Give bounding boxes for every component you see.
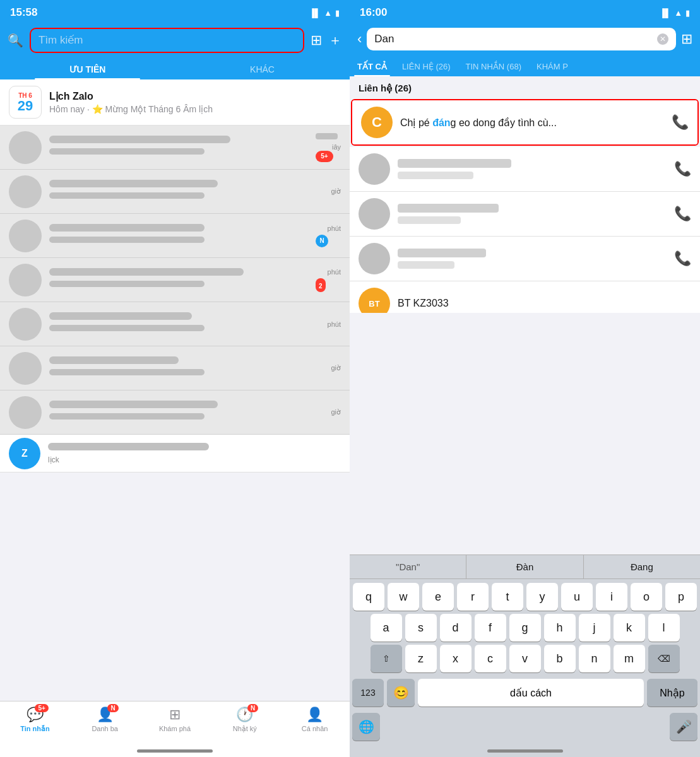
return-key[interactable]: Nhập [647,679,697,707]
autocomplete-dan-quoted[interactable]: "Dan" [350,555,466,578]
blurred-meta-3: phút N [316,225,341,247]
diary-badge: N [247,704,258,712]
nav-item-diary[interactable]: 🕐 N Nhật ký [210,707,280,733]
call-button-3[interactable]: 📞 [674,206,691,222]
messages-badge: 5+ [35,704,48,712]
key-k[interactable]: k [614,614,645,642]
home-bar-left [137,749,213,753]
blurred-meta-2: giờ [316,187,341,196]
blurred-item-4[interactable]: phút 2 [0,258,350,302]
nav-item-profile[interactable]: 👤 Cá nhân [280,707,350,733]
blurred-meta-4: phút 2 [316,268,341,292]
key-m[interactable]: m [614,645,645,672]
key-t[interactable]: t [492,583,523,611]
nav-item-contacts[interactable]: 👤 N Danh ba [70,707,140,733]
add-button-left[interactable]: ＋ [328,31,342,50]
key-h[interactable]: h [544,614,576,642]
key-p[interactable]: p [665,583,697,611]
key-w[interactable]: w [388,583,419,611]
status-icons-right: ▐▌ ▲ ▮ [660,8,690,18]
discover-icon: ⊞ [169,707,181,723]
call-button-4[interactable]: 📞 [674,250,691,267]
key-r[interactable]: r [457,583,489,611]
result-item-2[interactable]: 📞 [350,147,700,192]
mic-key[interactable]: 🎤 [670,713,697,741]
profile-label: Cá nhân [302,725,328,732]
tab-discover[interactable]: KHÁM P [529,57,576,76]
qr-button-right[interactable]: ⊞ [681,31,692,47]
key-c[interactable]: c [475,645,506,672]
contacts-badge: N [107,704,118,712]
blurred-item-2[interactable]: giờ [0,170,350,214]
tab-priority[interactable]: ƯU TIÊN [0,59,175,79]
result-item-highlighted[interactable]: C Chị pé đáng eo dong đầy tình cù... 📞 [352,100,697,144]
key-z[interactable]: z [405,645,437,672]
nav-item-messages[interactable]: 💬 5+ Tin nhắn [0,707,70,733]
back-button[interactable]: ‹ [357,31,362,47]
blurred-item-1[interactable]: iây 5+ [0,126,350,170]
blurred-content-3 [49,224,308,248]
blurred-item-6[interactable]: giờ [0,346,350,390]
key-v[interactable]: v [509,645,541,672]
key-g[interactable]: g [509,614,541,642]
space-key[interactable]: dấu cách [418,679,644,707]
key-f[interactable]: f [475,614,506,642]
call-button-c[interactable]: 📞 [672,114,689,131]
key-i[interactable]: i [596,583,627,611]
key-n[interactable]: n [579,645,610,672]
key-e[interactable]: e [422,583,454,611]
delete-key[interactable]: ⌫ [648,645,680,672]
key-a[interactable]: a [371,614,402,642]
conversation-list: TH 6 29 Lịch Zalo Hôm nay · ⭐ Mừng Một T… [0,79,350,701]
search-icon-left[interactable]: 🔍 [8,33,23,48]
autocomplete-dang[interactable]: Đang [584,555,700,578]
result-item-4[interactable]: 📞 [350,237,700,281]
key-row-1: q w e r t y u i o p [352,583,697,611]
key-j[interactable]: j [579,614,610,642]
diary-icon: 🕐 N [236,707,253,723]
search-input-left[interactable] [30,28,304,53]
conv-item-lich-zalo[interactable]: TH 6 29 Lịch Zalo Hôm nay · ⭐ Mừng Một T… [0,79,350,126]
key-row-3: ⇧ z x c v b n m ⌫ [352,645,697,672]
avatar-lich-zalo: TH 6 29 [9,86,42,119]
conv-name-lich-zalo: Lịch Zalo [49,90,341,102]
key-y[interactable]: y [526,583,558,611]
key-d[interactable]: d [440,614,472,642]
key-q[interactable]: q [353,583,384,611]
key-u[interactable]: u [561,583,593,611]
key-l[interactable]: l [648,614,680,642]
partial-item-left[interactable]: Z lịck [0,435,350,472]
result-avatar-3 [359,198,390,230]
globe-key[interactable]: 🌐 [352,713,380,741]
key-row-2: a s d f g h j k l [352,614,697,642]
key-o[interactable]: o [631,583,662,611]
call-button-2[interactable]: 📞 [674,161,691,177]
result-avatar-4 [359,243,390,274]
tab-other[interactable]: KHÁC [175,59,350,79]
blurred-item-5[interactable]: phút [0,302,350,346]
tab-contacts[interactable]: LIÊN HỆ (26) [394,57,458,76]
key-x[interactable]: x [440,645,472,672]
tabs-left: ƯU TIÊN KHÁC [0,59,350,79]
blurred-avatar-3 [9,220,42,252]
blurred-item-3[interactable]: phút N [0,214,350,258]
messages-label: Tin nhắn [20,725,50,733]
num-key[interactable]: 123 [352,679,384,707]
result-item-3[interactable]: 📞 [350,192,700,237]
signal-icon-left: ▐▌ [309,8,321,18]
blurred-meta-6: giờ [316,364,341,372]
clear-button[interactable]: ✕ [657,33,668,45]
result-name-4 [398,249,667,269]
result-item-partial[interactable]: BT BT KZ3033 [350,281,700,313]
qr-button-left[interactable]: ⊞ [311,32,322,49]
shift-key[interactable]: ⇧ [371,645,402,672]
search-input-right[interactable] [374,33,653,45]
emoji-key[interactable]: 😊 [387,679,415,707]
autocomplete-dan[interactable]: Đàn [466,555,583,578]
tab-all[interactable]: TẤT CẢ [350,57,394,76]
key-s[interactable]: s [405,614,437,642]
nav-item-discover[interactable]: ⊞ Khám phá [140,707,210,733]
tab-messages[interactable]: TIN NHẮN (68) [458,57,529,76]
key-b[interactable]: b [544,645,576,672]
blurred-item-7[interactable]: giờ [0,390,350,435]
